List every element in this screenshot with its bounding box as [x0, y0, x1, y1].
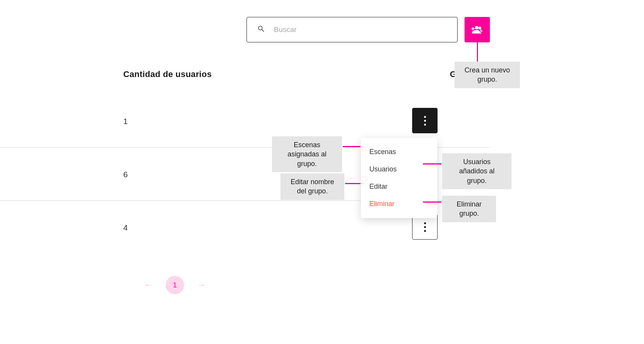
- callout-usuarios: Usuarios añadidos al grupo.: [442, 153, 512, 189]
- menu-item-escenas[interactable]: Escenas: [361, 143, 437, 161]
- connector-line: [423, 201, 441, 203]
- menu-item-eliminar[interactable]: Eliminar: [361, 195, 437, 213]
- user-count-value: 1: [123, 117, 128, 126]
- connector-line: [477, 42, 478, 62]
- arrow-right-icon: →: [197, 280, 206, 290]
- top-toolbar: [247, 17, 490, 42]
- pagination-prev[interactable]: ←: [144, 280, 153, 290]
- search-icon: [257, 25, 265, 35]
- row-menu-button[interactable]: [412, 108, 438, 133]
- group-add-icon: [470, 22, 484, 37]
- connector-line: [343, 146, 361, 147]
- pagination-next[interactable]: →: [197, 280, 206, 290]
- pagination: ← 1 →: [144, 276, 206, 294]
- search-box[interactable]: [247, 17, 458, 42]
- column-header-user-count: Cantidad de usuarios: [123, 69, 212, 79]
- arrow-left-icon: ←: [144, 280, 153, 290]
- row-actions-menu: Escenas Usuarios Editar Eliminar: [361, 138, 437, 218]
- more-vertical-icon: [424, 116, 426, 126]
- user-count-value: 4: [123, 223, 128, 232]
- pagination-page-1[interactable]: 1: [166, 276, 184, 294]
- callout-escenas: Escenas asignadas al grupo.: [272, 136, 342, 172]
- user-count-value: 6: [123, 170, 128, 179]
- connector-line: [423, 163, 441, 164]
- callout-eliminar: Eliminar grupo.: [442, 196, 496, 222]
- callout-create-group: Crea un nuevo grupo.: [454, 62, 520, 88]
- connector-line: [345, 183, 361, 184]
- add-group-button[interactable]: [465, 17, 490, 42]
- menu-item-editar[interactable]: Editar: [361, 178, 437, 195]
- table-header: Cantidad de usuarios Grupos: 3: [123, 69, 490, 79]
- search-input[interactable]: [274, 25, 447, 34]
- more-vertical-icon: [424, 222, 426, 232]
- callout-editar: Editar nombre del grupo.: [280, 173, 344, 200]
